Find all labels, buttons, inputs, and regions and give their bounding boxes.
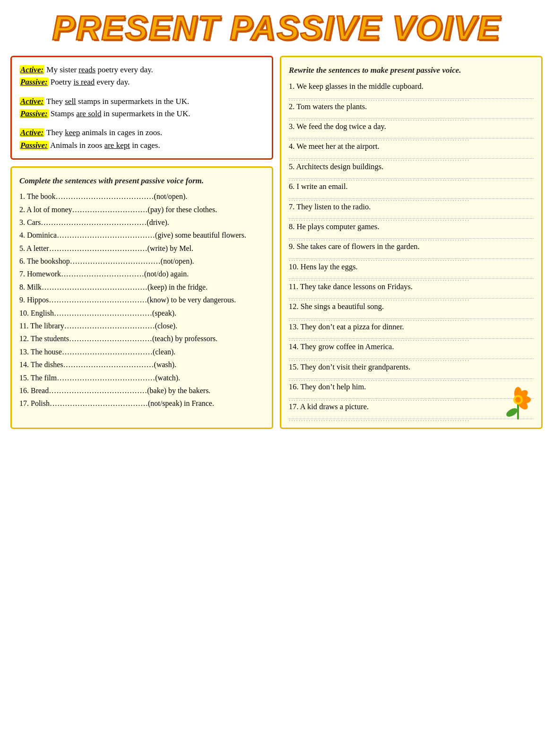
list-item: 8. Milk……………………………………(keep) in the fridg… — [19, 281, 264, 293]
list-item: 12. The students……………………………(teach) by pr… — [19, 333, 264, 345]
list-item: 13. They don’t eat a pizza for dinner. — [289, 321, 534, 333]
example-group-2: Active: They sell stamps in supermarkets… — [19, 95, 264, 120]
active-label-3: Active: — [19, 128, 44, 137]
complete-title: Complete the sentences with present pass… — [19, 174, 264, 188]
example-group-1: Active: My sister reads poetry every day… — [19, 64, 264, 89]
flower-decoration — [501, 383, 535, 421]
list-item: 3. We feed the dog twice a day. — [289, 120, 534, 133]
list-item: 15. They don’t visit their grandparents. — [289, 361, 534, 373]
complete-sentences-box: Complete the sentences with present pass… — [10, 166, 273, 429]
answer-line: ........................................… — [289, 414, 534, 419]
list-item: 5. A letter…………………………………(write) by Mel. — [19, 242, 264, 255]
rewrite-title: Rewrite the sentences to make present pa… — [289, 64, 534, 77]
passive-label-3: Passive: — [19, 141, 49, 150]
rewrite-box: Rewrite the sentences to make present pa… — [280, 56, 543, 429]
list-item: 9. She takes care of flowers in the gard… — [289, 241, 534, 253]
list-item: 17. A kid draws a picture. — [289, 401, 534, 413]
list-item: 14. They grow coffee in America. — [289, 341, 534, 353]
example-group-3: Active: They keep animals in cages in zo… — [19, 127, 264, 152]
list-item: 8. He plays computer games. — [289, 221, 534, 233]
answer-line: ........................................… — [289, 294, 534, 299]
passive-verb-3: are kept — [104, 141, 130, 150]
passive-verb-1: is read — [73, 77, 95, 86]
list-item: 2. A lot of money…………………………(pay) for the… — [19, 204, 264, 216]
list-item: 6. The bookshop………………………………(not/open). — [19, 255, 264, 267]
list-item: 4. We meet her at the airport. — [289, 140, 534, 153]
active-line-1: Active: My sister reads poetry every day… — [19, 64, 264, 76]
list-item: 9. Hippos…………………………………(know) to be very … — [19, 294, 264, 306]
answer-line: ........................................… — [289, 94, 534, 99]
passive-line-1: Passive: Poetry is read every day. — [19, 76, 264, 88]
list-item: 4. Dominica…………………………………(give) some beau… — [19, 229, 264, 241]
passive-label-1: Passive: — [19, 77, 49, 86]
complete-items-list: 1. The book…………………………………(not/open). 2. A… — [19, 190, 264, 410]
answer-line: ........................................… — [289, 374, 534, 379]
passive-line-2: Passive: Stamps are sold in supermarkets… — [19, 108, 264, 120]
svg-point-7 — [515, 397, 521, 403]
list-item: 16. They don’t help him. — [289, 381, 534, 393]
answer-line: ........................................… — [289, 394, 534, 399]
title: PRESENT PASSIVE VOIVE — [10, 9, 543, 47]
active-label-1: Active: — [19, 65, 44, 74]
rewrite-items-list: 1. We keep glasses in the middle cupboar… — [289, 80, 534, 419]
list-item: 12. She sings a beautiful song. — [289, 301, 534, 313]
list-item: 7. Homework……………………………(not/do) again. — [19, 268, 264, 280]
list-item: 11. They take dance lessons on Fridays. — [289, 281, 534, 293]
list-item: 16. Bread…………………………………(bake) by the bake… — [19, 385, 264, 397]
list-item: 5. Architects design buildings. — [289, 161, 534, 173]
passive-label-2: Passive: — [19, 109, 49, 118]
passive-verb-2: are sold — [76, 109, 101, 118]
answer-line: ........................................… — [289, 314, 534, 319]
passive-line-3: Passive: Animals in zoos are kept in cag… — [19, 139, 264, 152]
verb-1: reads — [78, 65, 95, 74]
list-item: 2. Tom waters the plants. — [289, 101, 534, 113]
svg-point-1 — [505, 406, 519, 418]
active-line-3: Active: They keep animals in cages in zo… — [19, 127, 264, 139]
answer-line: ........................................… — [289, 254, 534, 259]
answer-line: ........................................… — [289, 194, 534, 199]
answer-line: ........................................… — [289, 114, 534, 119]
active-label-2: Active: — [19, 97, 44, 106]
list-item: 6. I write an email. — [289, 180, 534, 193]
list-item: 10. Hens lay the eggs. — [289, 261, 534, 273]
answer-line: ........................................… — [289, 234, 534, 239]
verb-3: keep — [65, 128, 80, 137]
active-line-2: Active: They sell stamps in supermarkets… — [19, 95, 264, 108]
list-item: 13. The house………………………………(clean). — [19, 346, 264, 358]
answer-line: ........................................… — [289, 214, 534, 219]
list-item: 17. Polish…………………………………(not/speak) in Fr… — [19, 397, 264, 410]
verb-2: sell — [65, 97, 76, 106]
answer-line: ........................................… — [289, 154, 534, 159]
answer-line: ........................................… — [289, 334, 534, 339]
answer-line: ........................................… — [289, 134, 534, 138]
list-item: 14. The dishes………………………………(wash). — [19, 359, 264, 371]
list-item: 1. The book…………………………………(not/open). — [19, 190, 264, 203]
list-item: 15. The film…………………………………(watch). — [19, 372, 264, 384]
list-item: 1. We keep glasses in the middle cupboar… — [289, 80, 534, 93]
answer-line: ........................................… — [289, 354, 534, 359]
example-box: Active: My sister reads poetry every day… — [10, 56, 273, 160]
list-item: 7. They listen to the radio. — [289, 201, 534, 213]
list-item: 10. English…………………………………(speak). — [19, 307, 264, 319]
list-item: 11. The library………………………………(close). — [19, 320, 264, 332]
list-item: 3. Cars……………………………………(drive). — [19, 216, 264, 229]
answer-line: ........................................… — [289, 274, 534, 279]
answer-line: ........................................… — [289, 174, 534, 179]
